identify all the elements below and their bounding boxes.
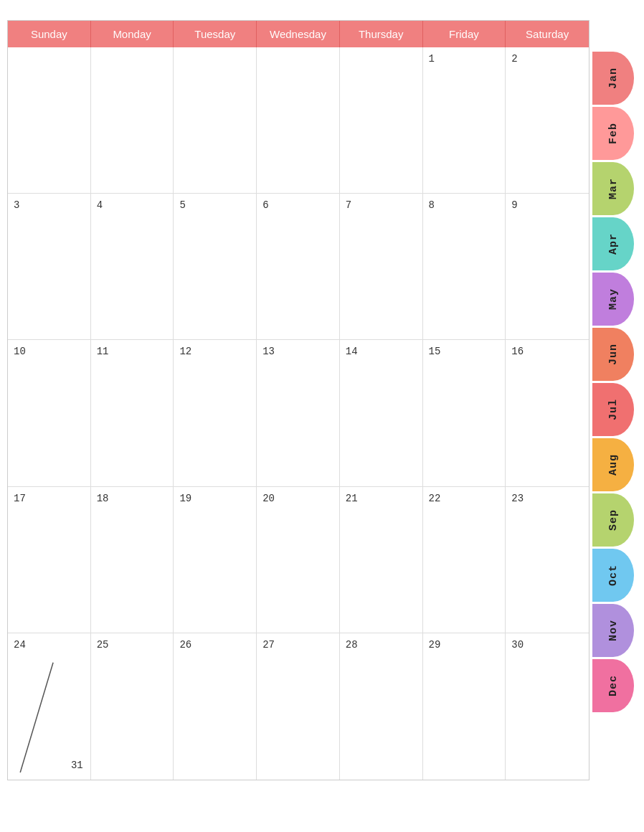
date-number: 25 <box>97 639 109 651</box>
date-number: 16 <box>511 346 524 357</box>
date-number: 2 <box>511 53 517 65</box>
cal-cell <box>8 47 91 194</box>
date-number: 11 <box>97 346 109 357</box>
cal-cell: 22 <box>423 487 506 633</box>
cal-cell: 8 <box>423 194 506 340</box>
month-tab-apr[interactable]: Apr <box>592 217 634 270</box>
month-tab-jun[interactable]: Jun <box>592 328 634 381</box>
day-header-saturday: Saturday <box>506 21 589 47</box>
day-header-sunday: Sunday <box>8 21 91 47</box>
date-number: 3 <box>14 199 19 211</box>
date-number: 1 <box>429 53 435 65</box>
cal-cell: 13 <box>257 340 340 486</box>
cal-cell: 7 <box>340 194 423 340</box>
cal-cell <box>257 47 340 194</box>
cal-cell: 21 <box>340 487 423 633</box>
date-number: 28 <box>346 639 358 651</box>
cal-cell: 30 <box>506 633 589 780</box>
date-number: 30 <box>511 639 524 651</box>
diagonal-line <box>8 633 90 780</box>
date-number: 23 <box>511 493 524 504</box>
day-header-friday: Friday <box>423 21 506 47</box>
cal-cell: 18 <box>91 487 174 633</box>
date-number: 22 <box>429 493 441 504</box>
date-number: 9 <box>511 199 517 211</box>
date-number: 12 <box>179 346 191 357</box>
date-number: 4 <box>97 199 103 211</box>
date-number: 8 <box>429 199 435 211</box>
cal-cell: 25 <box>91 633 174 780</box>
date-number: 20 <box>262 493 275 504</box>
month-tab-mar[interactable]: Mar <box>592 162 634 215</box>
month-tab-jan[interactable]: Jan <box>592 52 634 105</box>
date-number: 14 <box>346 346 358 357</box>
month-tab-may[interactable]: May <box>592 273 634 326</box>
month-tabs: JanFebMarAprMayJunJulAugSepOctNovDec <box>592 20 637 780</box>
date-number: 5 <box>179 199 185 211</box>
cal-cell <box>91 47 174 194</box>
cal-cell: 4 <box>91 194 174 340</box>
month-tab-feb[interactable]: Feb <box>592 107 634 160</box>
cal-cell: 5 <box>174 194 257 340</box>
month-tab-jul[interactable]: Jul <box>592 383 634 436</box>
date-31: 31 <box>71 760 83 771</box>
date-number: 21 <box>346 493 358 504</box>
date-number: 19 <box>179 493 191 504</box>
cal-cell: 2431 <box>8 633 91 780</box>
date-number: 24 <box>14 639 26 651</box>
day-header-thursday: Thursday <box>340 21 423 47</box>
cal-cell: 1 <box>423 47 506 194</box>
month-tab-aug[interactable]: Aug <box>592 438 634 491</box>
cal-cell: 3 <box>8 194 91 340</box>
cal-cell: 17 <box>8 487 91 633</box>
cal-cell: 11 <box>91 340 174 486</box>
date-number: 6 <box>262 199 268 211</box>
cal-cell: 2 <box>506 47 589 194</box>
date-number: 29 <box>429 639 441 651</box>
date-number: 13 <box>262 346 275 357</box>
cal-cell: 16 <box>506 340 589 486</box>
calendar-cells: 1234567891011121314151617181920212223243… <box>8 47 589 780</box>
cal-cell: 9 <box>506 194 589 340</box>
day-headers: SundayMondayTuesdayWednesdayThursdayFrid… <box>8 21 589 47</box>
cal-cell <box>340 47 423 194</box>
svg-line-0 <box>20 663 53 772</box>
month-tab-nov[interactable]: Nov <box>592 604 634 657</box>
calendar-grid: SundayMondayTuesdayWednesdayThursdayFrid… <box>7 20 589 780</box>
day-header-wednesday: Wednesday <box>257 21 340 47</box>
cal-cell: 10 <box>8 340 91 486</box>
date-number: 27 <box>262 639 275 651</box>
page-title <box>0 0 644 20</box>
day-header-monday: Monday <box>91 21 174 47</box>
month-tab-dec[interactable]: Dec <box>592 659 634 712</box>
cal-cell: 29 <box>423 633 506 780</box>
cal-cell: 19 <box>174 487 257 633</box>
month-tab-oct[interactable]: Oct <box>592 549 634 602</box>
date-number: 18 <box>97 493 109 504</box>
cal-cell: 23 <box>506 487 589 633</box>
date-number: 15 <box>429 346 441 357</box>
cal-cell: 15 <box>423 340 506 486</box>
cal-cell: 27 <box>257 633 340 780</box>
day-header-tuesday: Tuesday <box>174 21 257 47</box>
month-tab-sep[interactable]: Sep <box>592 493 634 547</box>
date-number: 17 <box>14 493 26 504</box>
cal-cell: 20 <box>257 487 340 633</box>
cal-cell: 14 <box>340 340 423 486</box>
date-number: 7 <box>346 199 351 211</box>
cal-cell: 26 <box>174 633 257 780</box>
cal-cell: 28 <box>340 633 423 780</box>
cal-cell <box>174 47 257 194</box>
cal-cell: 6 <box>257 194 340 340</box>
date-number: 26 <box>179 639 191 651</box>
cal-cell: 12 <box>174 340 257 486</box>
date-number: 10 <box>14 346 26 357</box>
